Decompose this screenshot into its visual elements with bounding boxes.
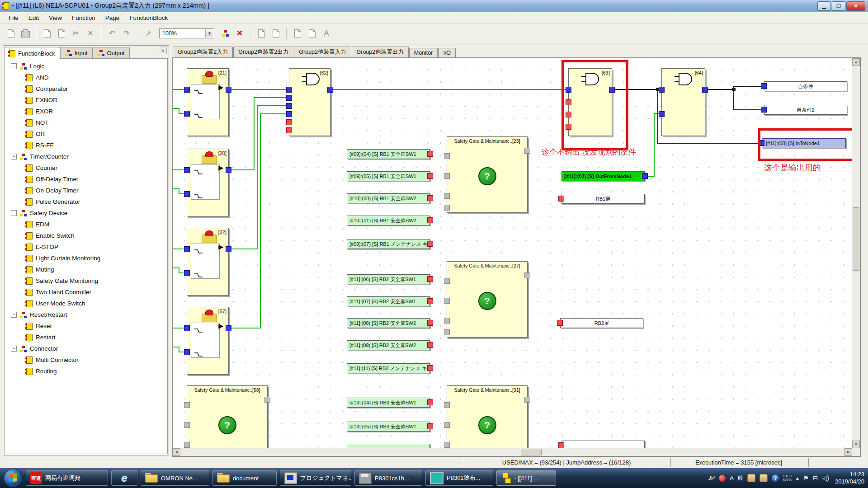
input-tag[interactable]: [#13]:(05) [S] RB3 安全扉SW1 [347, 422, 430, 432]
print-icon[interactable] [19, 28, 32, 39]
input-tag[interactable]: [#11]:(07) [S] RB2 安全扉SW1 [347, 296, 430, 306]
input-pin[interactable] [286, 111, 292, 117]
rb2-tag[interactable]: RB2屏 [560, 318, 643, 328]
unconnected-pin[interactable] [444, 402, 450, 408]
page-tab[interactable]: Group2他装置入力 [294, 47, 351, 57]
tree-item[interactable]: − Connector [5, 343, 167, 354]
output-pin[interactable] [226, 87, 231, 93]
unconnected-pin[interactable] [524, 397, 530, 403]
unconnected-pin[interactable] [444, 318, 450, 324]
input-pin[interactable] [659, 111, 665, 117]
add-functionblock-icon[interactable] [219, 28, 231, 39]
input-pin[interactable] [184, 349, 190, 355]
undo-icon[interactable]: ↶ [106, 28, 118, 39]
input-pin[interactable] [184, 111, 190, 117]
input-pin[interactable] [184, 191, 190, 197]
menu-item[interactable]: FunctionBlock [124, 13, 173, 23]
pointer-tool-icon[interactable]: ↗ [142, 28, 155, 39]
input-pin[interactable] [286, 95, 292, 101]
input-tag[interactable]: [#09]:(07) [S] RB1 メンテナンス キ... [347, 239, 430, 249]
taskbar-clock[interactable]: 14:23 2019/04/20 [835, 471, 864, 485]
input-tag[interactable]: [#11]:(09) [S] RB2 安全扉SW2 [347, 340, 430, 350]
taskbar-button-p8301tb[interactable]: P8301塗布... [425, 470, 493, 486]
tree-item[interactable]: − EXOR [5, 106, 167, 117]
taskbar-button-omron-folder[interactable]: OMRON Ne... [141, 470, 209, 486]
input-pin[interactable] [286, 103, 292, 109]
vertical-scroll-thumb[interactable] [853, 207, 859, 271]
tree-item[interactable]: − Enable Switch [5, 230, 167, 241]
report-icon[interactable] [306, 28, 318, 39]
estop-block[interactable]: [20] ▶ [187, 149, 229, 216]
tree-item[interactable]: − Two Hand Controller [5, 286, 167, 298]
output-pin[interactable] [226, 246, 231, 252]
insert-page-icon[interactable] [255, 28, 268, 39]
tree-item[interactable]: − Light Curtain Monitoring [5, 253, 167, 264]
input-pin[interactable] [184, 246, 190, 252]
tree-collapse-icon[interactable]: − [11, 210, 17, 216]
tree-item[interactable]: − AND [5, 72, 167, 83]
tree-item[interactable]: − E-STOP [5, 241, 167, 253]
panel-close-icon[interactable]: × [159, 47, 167, 54]
tab-input[interactable]: Input [60, 47, 93, 58]
delete-icon[interactable]: ✕ [84, 28, 97, 39]
close-button[interactable]: ✕ [846, 1, 865, 11]
tree-collapse-icon[interactable]: − [11, 63, 17, 69]
tree-item[interactable]: − Off-Delay Timer [5, 174, 167, 185]
input-tag[interactable]: [#13]:(04) [S] RB3 安全扉SW1 [347, 398, 430, 408]
output-pin[interactable] [702, 87, 708, 93]
new-page-icon[interactable] [5, 28, 17, 39]
minimize-button[interactable]: ▁ [817, 1, 831, 11]
ime-language[interactable]: JP [708, 475, 715, 481]
tree-item[interactable]: − Reset/Restart [5, 309, 167, 320]
menu-item[interactable]: Edit [24, 13, 44, 23]
output-condition-tag[interactable]: 自条件 [764, 81, 847, 91]
tree-item[interactable]: − Restart [5, 332, 167, 343]
taskbar-button-p8301cs[interactable]: P8301cs1h... [354, 470, 422, 486]
tree-item[interactable]: − Safety Gate Monitoring [5, 275, 167, 286]
tree-item[interactable]: − NOT [5, 117, 167, 128]
estop-block[interactable]: [57] ▶ [187, 307, 229, 375]
tree-item[interactable]: − Pulse Generator [5, 196, 167, 207]
page-tab[interactable]: Group2自装置2入力 [173, 47, 233, 57]
input-tag[interactable]: [#09]:(04) [S] RB1 安全扉SW1 [347, 149, 430, 159]
tree-item[interactable]: − On-Delay Timer [5, 185, 167, 196]
unconnected-pin[interactable] [264, 397, 270, 403]
menu-item[interactable]: View [44, 13, 67, 23]
rb1-tag[interactable]: RB1屏 [561, 194, 645, 204]
output-pin[interactable] [226, 325, 231, 331]
safety-gate-block[interactable]: Safety Gate & Maintenanc..[58] ? [187, 385, 268, 448]
text-tool-icon[interactable]: A [320, 28, 333, 39]
taskbar-button-active-window[interactable]: - [[#11] ... [496, 470, 556, 486]
tab-output[interactable]: Output [93, 47, 130, 58]
tree-collapse-icon[interactable]: − [11, 154, 17, 160]
input-pin[interactable] [659, 87, 665, 93]
cut-icon[interactable]: ✂ [70, 28, 82, 39]
volume-icon[interactable]: ◁) [822, 474, 829, 482]
taskbar-button-ie[interactable]: e [111, 470, 137, 486]
menu-item[interactable]: Function [67, 13, 100, 23]
input-tag-partial[interactable] [347, 444, 430, 448]
ime-help-icon[interactable]: ? [772, 474, 779, 482]
unconnected-pin[interactable] [184, 422, 190, 428]
page-tab[interactable]: Group2他装置出力 [352, 47, 409, 57]
menu-item[interactable]: File [4, 13, 24, 23]
tree-item[interactable]: − Logic [5, 61, 167, 72]
estop-block[interactable]: [21] ▶ [187, 68, 229, 136]
unconnected-pin[interactable] [444, 278, 450, 284]
network-status-icon[interactable]: ⊟ [813, 474, 818, 482]
tree-item[interactable]: − Safety Device [5, 207, 167, 219]
scroll-up-icon[interactable]: ▲ [852, 58, 860, 66]
unconnected-pin[interactable] [444, 205, 450, 211]
tree-item[interactable]: − RS-FF [5, 140, 167, 151]
tree-item[interactable]: − User Mode Switch [5, 298, 167, 309]
output-condition-tag[interactable]: 自条件2 [764, 105, 847, 115]
unconnected-pin[interactable] [444, 422, 450, 428]
estop-block[interactable]: [22] ▶ [187, 228, 229, 296]
unconnected-pin[interactable] [286, 127, 292, 133]
input-pin[interactable] [184, 325, 190, 331]
horizontal-scroll-thumb[interactable] [521, 449, 542, 455]
input-tag[interactable]: [#11]:(11) [S] RB2 メンテナンス キ... [347, 363, 430, 373]
copy-icon[interactable] [41, 28, 53, 39]
unconnected-pin[interactable] [524, 148, 530, 154]
tree-item[interactable]: − Comparator [5, 83, 167, 94]
